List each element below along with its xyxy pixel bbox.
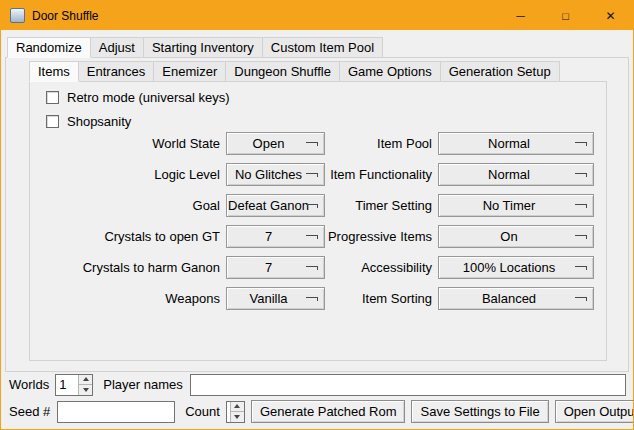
save-settings-button[interactable]: Save Settings to File <box>411 400 548 423</box>
progressive-items-dropdown[interactable]: On <box>438 225 594 248</box>
timer-setting-value: No Timer <box>439 195 593 216</box>
shopsanity-label: Shopsanity <box>67 114 131 129</box>
tab-adjust[interactable]: Adjust <box>90 37 144 58</box>
tab-generation-setup[interactable]: Generation Setup <box>440 61 560 82</box>
maximize-icon: □ <box>562 10 569 22</box>
count-spin-down-button[interactable] <box>231 411 244 422</box>
setting-row: Weapons Vanilla Item Sorting Balanced <box>30 283 606 314</box>
item-functionality-value: Normal <box>439 164 593 185</box>
progressive-items-value: On <box>439 226 593 247</box>
dropdown-indicator-icon <box>575 235 587 239</box>
tab-game-options[interactable]: Game Options <box>339 61 441 82</box>
crystals-harm-ganon-label: Crystals to harm Ganon <box>30 256 220 279</box>
window-controls: ─ □ ✕ <box>498 1 633 30</box>
tab-starting-inventory[interactable]: Starting Inventory <box>143 37 263 58</box>
accessibility-value: 100% Locations <box>439 257 593 278</box>
worlds-input[interactable] <box>56 375 78 395</box>
setting-row: Goal Defeat Ganon Timer Setting No Timer <box>30 190 606 221</box>
count-stepper <box>226 401 245 423</box>
shopsanity-checkbox[interactable] <box>46 115 59 128</box>
worlds-row: Worlds Player names <box>9 373 626 396</box>
tab-dungeon-shuffle[interactable]: Dungeon Shuffle <box>225 61 340 82</box>
tab-entrances[interactable]: Entrances <box>78 61 155 82</box>
door-shuffle-window: Door Shuffle ─ □ ✕ Randomize Adjust Star… <box>0 0 634 430</box>
arrow-down-icon <box>83 388 89 392</box>
dropdown-indicator-icon <box>575 142 587 146</box>
close-button[interactable]: ✕ <box>588 1 633 30</box>
retro-mode-row: Retro mode (universal keys) <box>46 89 230 106</box>
tab-randomize[interactable]: Randomize <box>7 37 91 58</box>
inner-tab-bar: Items Entrances Enemizer Dungeon Shuffle… <box>29 61 560 82</box>
seed-input[interactable] <box>57 401 175 423</box>
item-sorting-dropdown[interactable]: Balanced <box>438 287 594 310</box>
setting-row: Crystals to harm Ganon 7 Accessibility 1… <box>30 252 606 283</box>
setting-row: World State Open Item Pool Normal <box>30 128 606 159</box>
settings-grid: World State Open Item Pool Normal Logic … <box>30 128 606 314</box>
count-stepper-buttons <box>230 402 244 422</box>
open-output-directory-button[interactable]: Open Output Directory <box>555 400 634 423</box>
outer-tab-bar: Randomize Adjust Starting Inventory Cust… <box>7 37 383 58</box>
accessibility-label: Accessibility <box>325 256 432 279</box>
count-label: Count <box>185 404 220 419</box>
worlds-spin-down-button[interactable] <box>79 384 92 395</box>
item-pool-dropdown[interactable]: Normal <box>438 132 594 155</box>
weapons-label: Weapons <box>30 287 220 310</box>
dropdown-indicator-icon <box>306 297 318 301</box>
generate-patched-rom-button[interactable]: Generate Patched Rom <box>251 400 406 423</box>
seed-row: Seed # Count Generate Patched Rom Save S… <box>9 400 626 423</box>
tab-items[interactable]: Items <box>29 61 79 82</box>
goal-dropdown[interactable]: Defeat Ganon <box>226 194 325 217</box>
weapons-dropdown[interactable]: Vanilla <box>226 287 325 310</box>
tab-custom-item-pool[interactable]: Custom Item Pool <box>262 37 383 58</box>
app-icon <box>10 8 25 23</box>
player-names-input[interactable] <box>190 374 626 396</box>
item-functionality-label: Item Functionality <box>325 163 432 186</box>
world-state-dropdown[interactable]: Open <box>226 132 325 155</box>
crystals-harm-ganon-dropdown[interactable]: 7 <box>226 256 325 279</box>
worlds-spin-up-button[interactable] <box>79 375 92 385</box>
retro-mode-label: Retro mode (universal keys) <box>67 90 230 105</box>
progressive-items-label: Progressive Items <box>325 225 432 248</box>
dropdown-indicator-icon <box>306 204 318 208</box>
crystals-open-gt-label: Crystals to open GT <box>30 225 220 248</box>
item-functionality-dropdown[interactable]: Normal <box>438 163 594 186</box>
items-page: Retro mode (universal keys) Shopsanity W… <box>29 81 607 361</box>
minimize-icon: ─ <box>516 9 525 23</box>
item-sorting-value: Balanced <box>439 288 593 309</box>
item-pool-value: Normal <box>439 133 593 154</box>
goal-label: Goal <box>30 194 220 217</box>
item-pool-label: Item Pool <box>325 132 432 155</box>
accessibility-dropdown[interactable]: 100% Locations <box>438 256 594 279</box>
tab-enemizer[interactable]: Enemizer <box>153 61 226 82</box>
worlds-label: Worlds <box>9 377 49 392</box>
close-icon: ✕ <box>605 9 615 23</box>
player-names-label: Player names <box>103 377 182 392</box>
minimize-button[interactable]: ─ <box>498 1 543 30</box>
retro-mode-checkbox[interactable] <box>46 91 59 104</box>
count-spin-up-button[interactable] <box>231 402 244 412</box>
dropdown-indicator-icon <box>575 173 587 177</box>
item-sorting-label: Item Sorting <box>325 287 432 310</box>
arrow-down-icon <box>234 415 240 419</box>
setting-row: Logic Level No Glitches Item Functionali… <box>30 159 606 190</box>
logic-level-dropdown[interactable]: No Glitches <box>226 163 325 186</box>
setting-row: Crystals to open GT 7 Progressive Items … <box>30 221 606 252</box>
window-title: Door Shuffle <box>32 9 99 23</box>
timer-setting-label: Timer Setting <box>325 194 432 217</box>
titlebar: Door Shuffle ─ □ ✕ <box>1 1 633 30</box>
timer-setting-dropdown[interactable]: No Timer <box>438 194 594 217</box>
dropdown-indicator-icon <box>306 142 318 146</box>
arrow-up-icon <box>234 404 240 408</box>
maximize-button[interactable]: □ <box>543 1 588 30</box>
dropdown-indicator-icon <box>306 266 318 270</box>
worlds-stepper <box>55 374 93 396</box>
dropdown-indicator-icon <box>575 204 587 208</box>
worlds-stepper-buttons <box>78 375 92 395</box>
dropdown-indicator-icon <box>575 297 587 301</box>
crystals-open-gt-dropdown[interactable]: 7 <box>226 225 325 248</box>
dropdown-indicator-icon <box>575 266 587 270</box>
dropdown-indicator-icon <box>306 235 318 239</box>
world-state-label: World State <box>30 132 220 155</box>
seed-label: Seed # <box>9 404 50 419</box>
dropdown-indicator-icon <box>306 173 318 177</box>
